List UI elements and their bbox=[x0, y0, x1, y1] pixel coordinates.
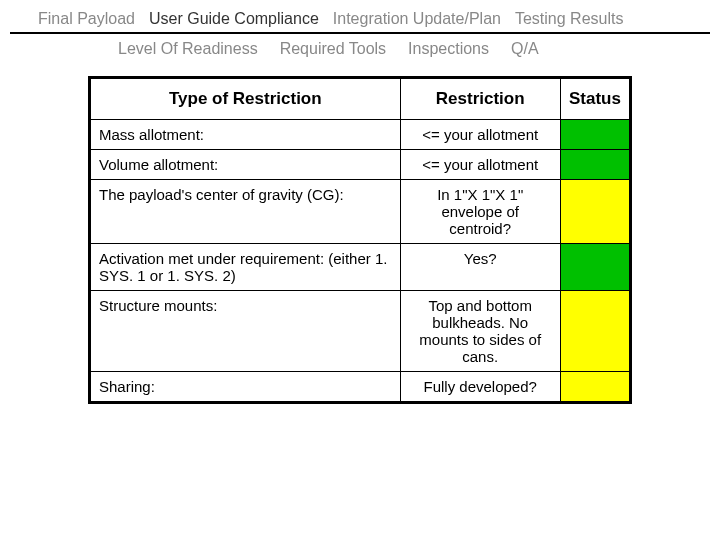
cell-type: Structure mounts: bbox=[90, 291, 401, 372]
table-row: Activation met under requirement: (eithe… bbox=[90, 244, 631, 291]
cell-status bbox=[560, 372, 630, 403]
tab-user-guide-compliance[interactable]: User Guide Compliance bbox=[149, 10, 319, 28]
cell-type: The payload's center of gravity (CG): bbox=[90, 180, 401, 244]
col-status: Status bbox=[560, 78, 630, 120]
tab-integration-update-plan[interactable]: Integration Update/Plan bbox=[333, 10, 501, 28]
col-restriction: Restriction bbox=[400, 78, 560, 120]
cell-restriction: Yes? bbox=[400, 244, 560, 291]
col-type-of-restriction: Type of Restriction bbox=[90, 78, 401, 120]
cell-status bbox=[560, 291, 630, 372]
cell-type: Activation met under requirement: (eithe… bbox=[90, 244, 401, 291]
cell-status bbox=[560, 244, 630, 291]
table-row: Sharing: Fully developed? bbox=[90, 372, 631, 403]
tabs-row-2: Level Of Readiness Required Tools Inspec… bbox=[0, 34, 720, 68]
cell-type: Sharing: bbox=[90, 372, 401, 403]
tab-inspections[interactable]: Inspections bbox=[408, 40, 489, 58]
restrictions-table-wrap: Type of Restriction Restriction Status M… bbox=[88, 76, 632, 404]
cell-restriction: In 1"X 1"X 1" envelope of centroid? bbox=[400, 180, 560, 244]
tab-qa[interactable]: Q/A bbox=[511, 40, 539, 58]
table-row: Mass allotment: <= your allotment bbox=[90, 120, 631, 150]
cell-status bbox=[560, 180, 630, 244]
cell-type: Volume allotment: bbox=[90, 150, 401, 180]
cell-restriction: Top and bottom bulkheads. No mounts to s… bbox=[400, 291, 560, 372]
tab-final-payload[interactable]: Final Payload bbox=[38, 10, 135, 28]
tabs-row-1: Final Payload User Guide Compliance Inte… bbox=[10, 0, 710, 34]
table-header-row: Type of Restriction Restriction Status bbox=[90, 78, 631, 120]
table-row: Structure mounts: Top and bottom bulkhea… bbox=[90, 291, 631, 372]
cell-status bbox=[560, 150, 630, 180]
tab-testing-results[interactable]: Testing Results bbox=[515, 10, 624, 28]
restrictions-table: Type of Restriction Restriction Status M… bbox=[88, 76, 632, 404]
table-row: Volume allotment: <= your allotment bbox=[90, 150, 631, 180]
cell-restriction: <= your allotment bbox=[400, 150, 560, 180]
table-row: The payload's center of gravity (CG): In… bbox=[90, 180, 631, 244]
tab-required-tools[interactable]: Required Tools bbox=[280, 40, 386, 58]
cell-type: Mass allotment: bbox=[90, 120, 401, 150]
tab-level-of-readiness[interactable]: Level Of Readiness bbox=[118, 40, 258, 58]
cell-status bbox=[560, 120, 630, 150]
cell-restriction: <= your allotment bbox=[400, 120, 560, 150]
cell-restriction: Fully developed? bbox=[400, 372, 560, 403]
